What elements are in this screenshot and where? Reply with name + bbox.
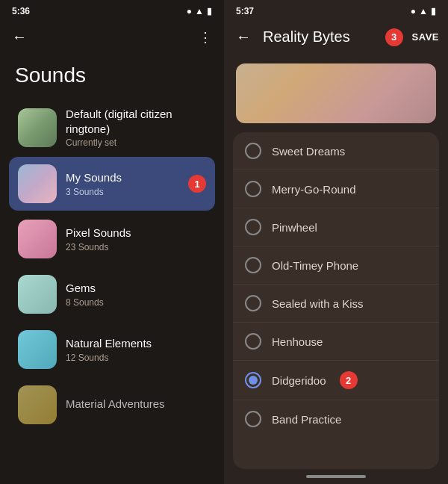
list-item[interactable]: Henhouse bbox=[233, 323, 439, 361]
signal-icon-left: ● bbox=[187, 6, 192, 16]
sound-info: Default (digital citizen ringtone) Curre… bbox=[66, 107, 206, 148]
time-left: 5:36 bbox=[12, 6, 30, 16]
list-item[interactable]: Band Practice bbox=[233, 400, 439, 438]
bottom-bar bbox=[306, 475, 366, 478]
option-label: Old-Timey Phone bbox=[272, 259, 358, 272]
sound-sub: Currently set bbox=[66, 137, 206, 148]
back-button-right[interactable]: ← bbox=[230, 22, 257, 52]
battery-icon-left: ▮ bbox=[207, 6, 212, 16]
option-label: Merry-Go-Round bbox=[272, 183, 356, 196]
list-item[interactable]: Sealed with a Kiss bbox=[233, 285, 439, 323]
badge-1: 1 bbox=[188, 175, 206, 193]
sound-name: Natural Elements bbox=[66, 336, 206, 351]
radio-henhouse[interactable] bbox=[245, 333, 261, 350]
list-item[interactable]: Didgeridoo 2 bbox=[233, 361, 439, 400]
right-panel: 5:37 ● ▲ ▮ ← Reality Bytes 3 SAVE Sweet … bbox=[224, 0, 448, 484]
sound-sub: 8 Sounds bbox=[66, 297, 206, 308]
sound-sub: 23 Sounds bbox=[66, 242, 206, 252]
option-label: Sealed with a Kiss bbox=[272, 297, 364, 310]
right-title: Reality Bytes bbox=[263, 28, 382, 46]
option-label: Sweet Dreams bbox=[272, 145, 345, 158]
option-label: Pinwheel bbox=[272, 221, 317, 234]
list-item[interactable]: Old-Timey Phone bbox=[233, 246, 439, 285]
sound-name: My Sounds bbox=[66, 170, 179, 185]
icon-default bbox=[18, 108, 57, 147]
bottom-indicator bbox=[224, 469, 448, 484]
top-bar-left: ← ⋮ bbox=[0, 19, 224, 58]
icon-material bbox=[18, 385, 57, 424]
icon-mysounds bbox=[18, 164, 57, 203]
sound-info: Natural Elements 12 Sounds bbox=[66, 336, 206, 363]
sound-name: Gems bbox=[66, 281, 206, 296]
more-button-left[interactable]: ⋮ bbox=[193, 23, 218, 52]
sound-name: Default (digital citizen ringtone) bbox=[66, 107, 206, 136]
option-label: Henhouse bbox=[272, 335, 323, 348]
wifi-icon-left: ▲ bbox=[195, 6, 204, 16]
back-button-left[interactable]: ← bbox=[6, 22, 33, 52]
list-item[interactable]: My Sounds 3 Sounds 1 bbox=[9, 157, 215, 211]
sound-info: Gems 8 Sounds bbox=[66, 281, 206, 308]
sound-info: My Sounds 3 Sounds bbox=[66, 170, 179, 197]
radio-pinwheel[interactable] bbox=[245, 219, 261, 235]
sound-info: Pixel Sounds 23 Sounds bbox=[66, 226, 206, 252]
list-item[interactable]: Material Adventures bbox=[9, 378, 215, 432]
radio-inner-didgeridoo bbox=[249, 376, 258, 385]
signal-icon-right: ● bbox=[411, 6, 416, 16]
radio-sweet-dreams[interactable] bbox=[245, 143, 261, 159]
list-item[interactable]: Sweet Dreams bbox=[233, 132, 439, 170]
option-label: Band Practice bbox=[272, 413, 341, 426]
option-label: Didgeridoo bbox=[272, 374, 326, 387]
left-panel: 5:36 ● ▲ ▮ ← ⋮ Sounds Default (digital c… bbox=[0, 0, 224, 484]
sound-name: Pixel Sounds bbox=[66, 226, 206, 241]
icon-natural bbox=[18, 330, 57, 369]
sound-name: Material Adventures bbox=[66, 397, 206, 412]
radio-old-timey-phone[interactable] bbox=[245, 257, 261, 273]
sound-sub: 12 Sounds bbox=[66, 353, 206, 363]
status-bar-right: 5:37 ● ▲ ▮ bbox=[224, 0, 448, 19]
sound-sub: 3 Sounds bbox=[66, 187, 179, 197]
badge-2: 2 bbox=[340, 371, 358, 389]
status-icons-right: ● ▲ ▮ bbox=[411, 6, 436, 16]
radio-didgeridoo[interactable] bbox=[245, 372, 261, 388]
radio-sealed-with-a-kiss[interactable] bbox=[245, 295, 261, 311]
list-item[interactable]: Pixel Sounds 23 Sounds bbox=[9, 212, 215, 266]
list-item[interactable]: Pinwheel bbox=[233, 208, 439, 246]
time-right: 5:37 bbox=[236, 6, 254, 16]
options-list: Sweet Dreams Merry-Go-Round Pinwheel Old… bbox=[233, 132, 439, 469]
album-art bbox=[236, 63, 436, 123]
icon-pixel bbox=[18, 220, 57, 258]
radio-merry-go-round[interactable] bbox=[245, 181, 261, 197]
badge-3: 3 bbox=[385, 28, 403, 46]
status-bar-left: 5:36 ● ▲ ▮ bbox=[0, 0, 224, 19]
sound-list: Default (digital citizen ringtone) Curre… bbox=[0, 99, 224, 432]
status-icons-left: ● ▲ ▮ bbox=[187, 6, 212, 16]
list-item[interactable]: Natural Elements 12 Sounds bbox=[9, 323, 215, 376]
page-title-left: Sounds bbox=[0, 58, 224, 99]
wifi-icon-right: ▲ bbox=[419, 6, 428, 16]
list-item[interactable]: Gems 8 Sounds bbox=[9, 267, 215, 321]
battery-icon-right: ▮ bbox=[431, 6, 436, 16]
top-bar-right: ← Reality Bytes 3 SAVE bbox=[224, 19, 448, 58]
radio-band-practice[interactable] bbox=[245, 411, 261, 427]
list-item[interactable]: Default (digital citizen ringtone) Curre… bbox=[9, 99, 215, 155]
list-item[interactable]: Merry-Go-Round bbox=[233, 170, 439, 208]
icon-gems bbox=[18, 275, 57, 314]
sound-info: Material Adventures bbox=[66, 397, 206, 413]
save-button[interactable]: SAVE bbox=[409, 25, 442, 49]
